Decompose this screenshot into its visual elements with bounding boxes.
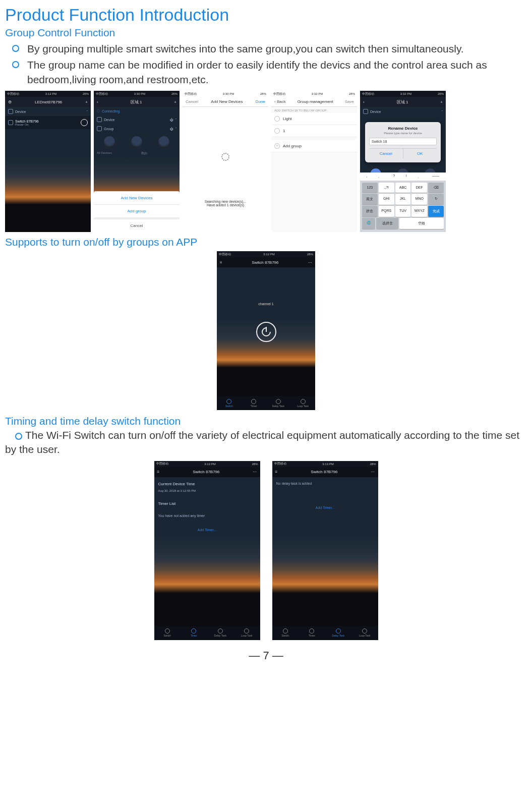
tab-switch[interactable]: Switch xyxy=(272,628,299,637)
kb-suggestion[interactable]: ! xyxy=(406,174,407,179)
screenshot-searching: 中国移动 3:30 PM 28% Cancel Add New Devices … xyxy=(183,91,268,232)
cancel-button[interactable]: Cancel xyxy=(186,99,198,104)
bulb-icon[interactable] xyxy=(104,136,115,147)
kb-suggestion[interactable]: , xyxy=(367,174,368,179)
tab-switch[interactable]: Switch xyxy=(154,628,181,637)
section3-paragraph: The Wi-Fi Switch can turn on/off the var… xyxy=(5,428,527,457)
tab-delay[interactable]: Delay Task xyxy=(266,399,291,408)
kb-done[interactable]: 完成 xyxy=(428,206,444,217)
more-icon[interactable]: ⋯ xyxy=(253,470,257,474)
kb-key[interactable]: 选拼音 xyxy=(376,218,398,229)
tab-timer[interactable]: Timer xyxy=(181,628,207,637)
kb-key[interactable]: TUV xyxy=(395,206,411,217)
settings-icon[interactable]: ⚙ xyxy=(8,100,12,104)
kb-key[interactable]: 英文 xyxy=(362,194,378,205)
plus-icon[interactable]: + xyxy=(440,100,443,104)
group-row[interactable]: Group ⏻ ˇ xyxy=(94,124,180,133)
device-row[interactable]: Switch 87B796 Power On xyxy=(5,116,91,129)
time-label: 3:12 PM xyxy=(204,463,215,466)
menu-icon[interactable]: ≡ xyxy=(157,470,160,474)
kb-key[interactable]: WXYZ xyxy=(411,206,427,217)
chevron-icon: ˇ xyxy=(442,110,443,113)
done-button[interactable]: Done xyxy=(256,99,265,104)
searching-line1: Searching new device(s)... xyxy=(183,200,268,203)
tab-loop[interactable]: Loop Task xyxy=(351,628,378,637)
bullet-text: By grouping multiple smart switches into… xyxy=(27,42,464,56)
carrier-label: 中国移动 xyxy=(7,92,19,96)
carrier-label: 中国移动 xyxy=(274,462,286,466)
ok-button[interactable]: OK xyxy=(403,149,437,158)
battery-label: 28% xyxy=(171,92,178,95)
tab-loop[interactable]: Loop Task xyxy=(233,628,260,637)
searching-text: Searching new device(s)... Have added 1 … xyxy=(183,200,268,207)
kb-suggestion[interactable]: ? xyxy=(393,174,395,179)
nav-title: Group management xyxy=(298,99,333,104)
bulb-row xyxy=(94,133,180,150)
footer-left: All Devices xyxy=(97,151,112,156)
tab-delay[interactable]: Delay Task xyxy=(207,628,234,637)
row-label: Device xyxy=(104,118,114,122)
group-option[interactable]: 1 xyxy=(271,125,357,137)
add-group-row[interactable]: Add group xyxy=(271,140,357,152)
cancel-button[interactable]: Cancel xyxy=(369,149,403,158)
kb-key[interactable]: DEF xyxy=(411,183,427,193)
kb-key[interactable]: JKL xyxy=(395,194,411,205)
power-button[interactable] xyxy=(256,322,276,342)
kb-key[interactable]: ↻ xyxy=(428,194,444,205)
back-icon[interactable]: ‹ xyxy=(97,100,98,104)
add-timer-link[interactable]: Add Timer... xyxy=(272,502,378,513)
carrier-label: 中国移动 xyxy=(156,462,168,466)
sheet-add-group[interactable]: Add group xyxy=(94,204,180,217)
device-section-header[interactable]: Device ˇ xyxy=(5,107,91,116)
kb-globe[interactable]: 🌐 xyxy=(362,218,375,229)
tab-timer[interactable]: Timer xyxy=(299,628,325,637)
group-list-header: ADD SWITCH 18 TO BELOW GROUP: xyxy=(271,107,357,113)
kb-suggestion[interactable]: 。 xyxy=(378,174,382,179)
back-button[interactable]: ‹ Back xyxy=(274,99,286,104)
add-timer-link[interactable]: Add Timer... xyxy=(154,524,260,536)
plus-icon[interactable]: + xyxy=(174,100,176,104)
back-icon[interactable]: ‹ xyxy=(363,100,365,104)
radio-icon[interactable] xyxy=(274,116,280,122)
kb-suggestion[interactable]: —— xyxy=(432,174,439,179)
kb-key[interactable]: PQRS xyxy=(379,206,394,217)
save-button[interactable]: Save xyxy=(345,99,354,104)
nav-bar: ‹ 区域 1 + xyxy=(94,97,180,107)
bulb-icon[interactable] xyxy=(158,136,169,147)
more-icon[interactable]: ⋯ xyxy=(308,260,312,265)
tab-timer[interactable]: Timer xyxy=(242,399,266,408)
device-row[interactable]: Device ⏻ ˇ xyxy=(94,115,180,124)
bulb-icon xyxy=(8,109,13,114)
tab-loop[interactable]: Loop Task xyxy=(290,399,315,408)
more-icon[interactable]: ⋯ xyxy=(371,470,375,474)
power-icon[interactable] xyxy=(81,119,88,126)
tab-switch[interactable]: Switch xyxy=(217,399,242,408)
kb-key[interactable]: 拼音 xyxy=(362,206,378,217)
kb-key[interactable]: MNO xyxy=(411,194,427,205)
kb-key[interactable]: .,?! xyxy=(379,183,394,193)
section3-title: Timing and time delay switch function xyxy=(5,415,527,427)
kb-key[interactable]: 123 xyxy=(362,183,378,193)
menu-icon[interactable]: ≡ xyxy=(220,260,222,265)
kb-backspace[interactable]: ⌫ xyxy=(428,183,444,193)
bulb-icon[interactable] xyxy=(131,136,142,147)
kb-suggestion[interactable]: 、 xyxy=(418,174,421,179)
screenshot-timer: 中国移动 3:12 PM 28% ≡ Switch 87B796 ⋯ Curre… xyxy=(154,461,260,640)
plus-icon[interactable]: + xyxy=(85,100,88,104)
tab-delay[interactable]: Delay Task xyxy=(325,628,352,637)
menu-icon[interactable]: ≡ xyxy=(275,470,278,474)
plus-icon xyxy=(274,143,280,149)
kb-key[interactable]: GHI xyxy=(379,194,394,205)
kb-space[interactable]: 空格 xyxy=(399,218,444,229)
radio-icon[interactable] xyxy=(274,128,280,134)
sheet-add-devices[interactable]: Add New Devices xyxy=(94,191,180,204)
keyboard[interactable]: , 。 ? ! 、 —— 123 .,?! ABC DEF ⌫ xyxy=(360,173,446,232)
nav-title: LEDnet87B796 xyxy=(35,100,62,104)
power-icon[interactable]: ⏻ xyxy=(170,118,173,122)
device-section-label: Device xyxy=(15,110,26,113)
rename-input[interactable]: Switch 18 xyxy=(369,138,437,145)
kb-key[interactable]: ABC xyxy=(395,183,411,193)
sheet-cancel[interactable]: Cancel xyxy=(94,217,180,232)
group-option[interactable]: Light xyxy=(271,113,357,125)
power-icon[interactable]: ⏻ xyxy=(170,127,173,131)
